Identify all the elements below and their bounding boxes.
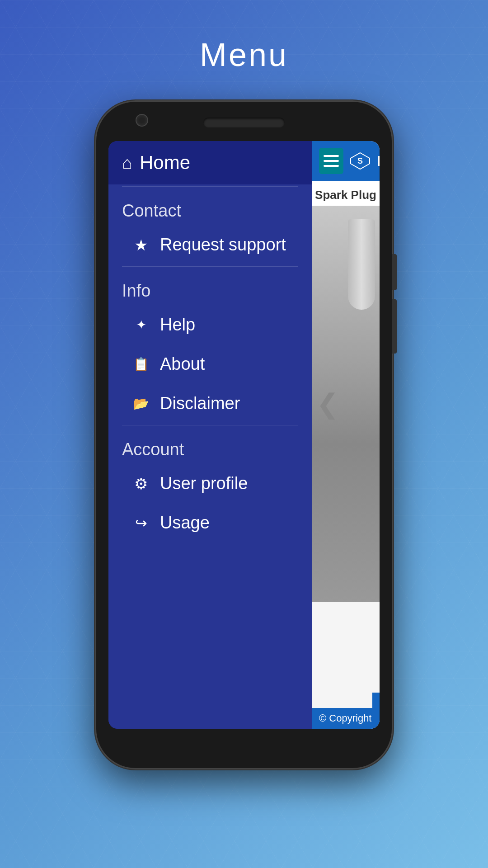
usage-icon: ↪ [131,514,151,532]
help-item[interactable]: ✦ Help [108,305,312,344]
divider-1 [122,186,298,187]
home-icon: ⌂ [122,153,132,173]
disclaimer-item[interactable]: 📂 Disclaimer [108,384,312,423]
hamburger-button[interactable] [319,148,343,174]
phone-screen: ⌂ Home Contact ★ Request support Info ✦ … [108,141,380,729]
request-support-item[interactable]: ★ Request support [108,225,312,264]
request-support-label: Request support [160,235,286,255]
phone-speaker [203,118,285,127]
brand-logo-svg: S [349,152,371,170]
home-menu-item[interactable]: ⌂ Home [108,141,312,184]
spark-plug-image: ❮ [312,206,380,602]
contact-section-header: Contact [108,189,312,225]
hamburger-line-2 [324,160,339,162]
spark-plug-title: Spark Plug [315,181,376,206]
disclaimer-icon: 📂 [131,396,151,411]
hamburger-line-3 [324,165,339,167]
copyright-bar: © Copyright [312,708,380,729]
disclaimer-label: Disclaimer [160,394,240,413]
user-profile-label: User profile [160,474,248,493]
content-bottom: © Copyright [312,602,380,729]
copyright-text: © Copyright [319,712,371,724]
phone-camera [136,114,148,127]
page-title: Menu [0,36,488,73]
help-icon: ✦ [131,317,151,332]
plug-shape [348,219,375,310]
svg-text:S: S [357,156,363,165]
info-section-header: Info [108,269,312,305]
phone-volume-button [392,299,397,354]
content-panel: S M Spark Plug ❮ © Copyright [312,141,380,729]
spark-plug-section: Spark Plug ❮ [312,181,380,602]
about-icon: 📋 [131,357,151,372]
usage-label: Usage [160,513,210,533]
back-arrow-icon[interactable]: ❮ [316,391,339,418]
divider-2 [122,266,298,267]
brand-logo: S [349,152,371,170]
usage-item[interactable]: ↪ Usage [108,503,312,542]
account-section-header: Account [108,427,312,464]
phone-device: ⌂ Home Contact ★ Request support Info ✦ … [95,100,393,769]
star-icon: ★ [131,236,151,254]
brand-initial: M [377,153,380,170]
about-label: About [160,354,205,374]
content-top-bar: S M [312,141,380,181]
help-label: Help [160,315,195,335]
hamburger-line-1 [324,155,339,157]
divider-3 [122,425,298,425]
phone-power-button [392,254,397,290]
menu-panel: ⌂ Home Contact ★ Request support Info ✦ … [108,141,312,729]
about-item[interactable]: 📋 About [108,344,312,384]
user-profile-item[interactable]: ⚙ User profile [108,464,312,503]
gear-icon: ⚙ [131,475,151,493]
home-label: Home [140,152,190,174]
phone-shell: ⌂ Home Contact ★ Request support Info ✦ … [95,100,393,769]
